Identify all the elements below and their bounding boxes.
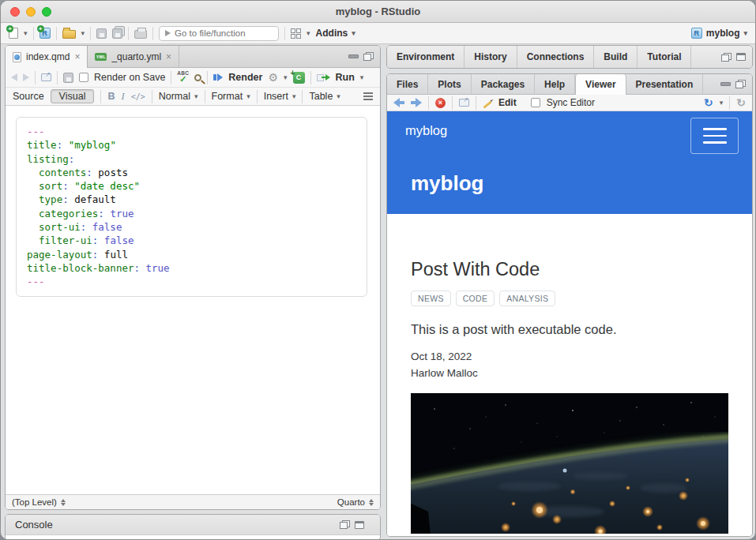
addins-menu[interactable]: Addins ▾: [316, 28, 355, 39]
viewer-content[interactable]: myblog myblog Post With Code NEWS CODE A…: [387, 111, 752, 536]
open-file-icon[interactable]: [62, 30, 76, 39]
tab-tutorial[interactable]: Tutorial: [638, 46, 691, 68]
toolbar-separator: [257, 90, 258, 103]
code-line[interactable]: title-block-banner: true: [27, 261, 356, 275]
filetype-selector[interactable]: Quarto: [337, 497, 374, 507]
post-title[interactable]: Post With Code: [411, 259, 728, 280]
back-icon[interactable]: [11, 73, 17, 81]
tab-help[interactable]: Help: [535, 74, 575, 94]
forward-icon[interactable]: [23, 73, 29, 81]
code-line[interactable]: ---: [27, 275, 356, 288]
render-button[interactable]: Render: [228, 72, 262, 83]
render-on-save-checkbox[interactable]: [79, 73, 88, 82]
sync-icon[interactable]: ↻: [704, 97, 713, 108]
blog-navbar-title[interactable]: myblog: [405, 123, 447, 138]
bold-button[interactable]: B: [107, 91, 115, 102]
code-line[interactable]: categories: true: [27, 207, 356, 220]
restore-pane-icon[interactable]: [340, 520, 350, 529]
tab-plots[interactable]: Plots: [428, 74, 471, 94]
tab-index-qmd[interactable]: index.qmd ×: [6, 46, 88, 68]
new-file-icon[interactable]: +: [9, 28, 18, 39]
edit-button[interactable]: Edit: [498, 97, 517, 108]
viewer-back-icon[interactable]: [393, 98, 404, 107]
save-icon[interactable]: [96, 28, 107, 39]
run-button[interactable]: Run: [336, 72, 355, 83]
run-dropdown[interactable]: ▾: [360, 74, 364, 81]
paragraph-style-dropdown[interactable]: Normal ▾: [159, 91, 198, 102]
pane-layout-icon[interactable]: [291, 28, 301, 39]
scope-selector[interactable]: (Top Level): [12, 497, 66, 507]
goto-file-search[interactable]: [159, 26, 279, 41]
visual-mode-toggle[interactable]: Visual: [51, 89, 95, 103]
insert-menu[interactable]: Insert ▾: [264, 91, 296, 102]
console-header[interactable]: Console: [6, 515, 380, 535]
spellcheck-icon[interactable]: ABC✓: [177, 71, 189, 84]
minimize-window-button[interactable]: [26, 7, 36, 17]
open-in-new-window-icon[interactable]: [41, 73, 51, 81]
category-badge[interactable]: ANALYSIS: [499, 291, 555, 306]
save-icon[interactable]: [63, 73, 73, 83]
close-icon[interactable]: ×: [74, 51, 80, 62]
code-line[interactable]: sort-ui: false: [27, 220, 356, 234]
close-icon[interactable]: ×: [166, 51, 171, 62]
code-line[interactable]: sort: "date desc": [27, 179, 356, 193]
source-mode-toggle[interactable]: Source: [13, 91, 44, 102]
tab-history[interactable]: History: [465, 46, 517, 68]
outline-icon[interactable]: [363, 92, 373, 94]
code-line[interactable]: listing:: [27, 152, 356, 166]
insert-chunk-icon[interactable]: C: [293, 72, 305, 84]
code-line[interactable]: ---: [27, 125, 356, 138]
code-line[interactable]: title: "myblog": [27, 138, 356, 152]
code-button[interactable]: </>: [131, 92, 145, 101]
tab-presentation[interactable]: Presentation: [626, 74, 704, 94]
table-menu[interactable]: Table ▾: [309, 91, 340, 102]
find-replace-icon[interactable]: [194, 74, 201, 81]
goto-file-input[interactable]: [175, 28, 273, 38]
tab-viewer[interactable]: Viewer: [575, 74, 626, 95]
main-toolbar: + ▾ R+ ▾ ▾ Addins ▾ R myblog ▾: [1, 23, 755, 44]
italic-button[interactable]: I: [121, 91, 124, 103]
restore-pane-icon[interactable]: [721, 53, 732, 62]
new-project-icon[interactable]: R+: [39, 28, 51, 39]
hamburger-icon: [703, 141, 727, 144]
yaml-code-block[interactable]: ---title: "myblog"listing: contents: pos…: [16, 117, 367, 297]
code-line[interactable]: type: default: [27, 193, 356, 206]
zoom-window-button[interactable]: [42, 7, 51, 17]
code-line[interactable]: contents: posts: [27, 166, 356, 179]
format-menu[interactable]: Format ▾: [212, 91, 250, 102]
open-file-dropdown[interactable]: ▾: [81, 30, 85, 37]
print-icon[interactable]: [134, 30, 147, 39]
project-menu-button[interactable]: R myblog ▾: [691, 28, 747, 39]
close-window-button[interactable]: [10, 7, 20, 17]
open-in-new-window-icon[interactable]: [459, 99, 469, 107]
pane-layout-dropdown[interactable]: ▾: [307, 30, 310, 37]
code-line[interactable]: page-layout: full: [27, 248, 356, 261]
tab-connections[interactable]: Connections: [517, 46, 595, 68]
gear-icon[interactable]: ⚙: [268, 72, 278, 83]
tab-build[interactable]: Build: [594, 46, 638, 68]
maximize-pane-icon[interactable]: [736, 53, 746, 61]
maximize-pane-icon[interactable]: [735, 80, 746, 88]
edit-pencil-icon[interactable]: [483, 100, 491, 108]
tab-packages[interactable]: Packages: [472, 74, 535, 94]
refresh-icon[interactable]: ↻: [736, 97, 746, 108]
sync-dropdown[interactable]: ▾: [720, 99, 724, 107]
tab-files[interactable]: Files: [387, 74, 428, 94]
new-file-dropdown[interactable]: ▾: [24, 30, 28, 37]
maximize-pane-icon[interactable]: [355, 521, 364, 529]
code-line[interactable]: filter-ui: false: [27, 234, 356, 247]
maximize-pane-icon[interactable]: [363, 52, 374, 61]
tab-environment[interactable]: Environment: [387, 46, 465, 68]
category-badge[interactable]: CODE: [456, 291, 495, 306]
tab-quarto-yml[interactable]: YML _quarto.yml ×: [88, 46, 179, 67]
minimize-pane-icon[interactable]: [348, 54, 359, 58]
stop-icon[interactable]: ×: [435, 98, 446, 108]
save-all-icon[interactable]: [112, 28, 122, 39]
viewer-forward-icon[interactable]: [411, 98, 422, 107]
minimize-pane-icon[interactable]: [720, 82, 731, 86]
navbar-toggler-button[interactable]: [690, 118, 739, 154]
render-options-dropdown[interactable]: ▾: [284, 74, 288, 81]
sync-editor-checkbox[interactable]: [531, 98, 540, 107]
category-badge[interactable]: NEWS: [411, 291, 451, 306]
visual-editor-body[interactable]: ---title: "myblog"listing: contents: pos…: [6, 106, 380, 494]
